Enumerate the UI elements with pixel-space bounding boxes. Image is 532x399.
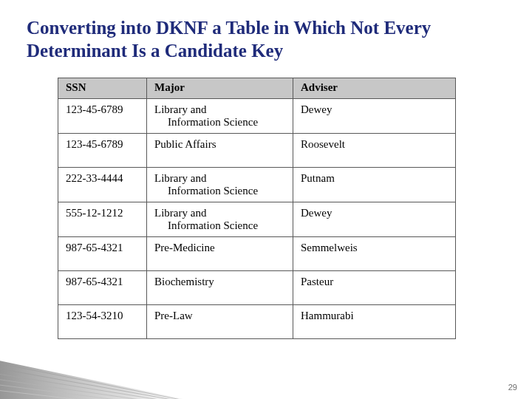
col-header-major: Major [147, 78, 293, 98]
table-row: 987-65-4321BiochemistryPasteur [58, 270, 456, 304]
svg-line-6 [0, 387, 170, 399]
col-header-adviser: Adviser [293, 78, 456, 98]
col-header-ssn: SSN [58, 78, 147, 98]
svg-line-5 [0, 381, 192, 399]
cell-ssn: 123-54-3210 [58, 304, 147, 338]
svg-line-1 [0, 358, 229, 399]
svg-line-3 [0, 369, 214, 399]
table-row: 123-54-3210Pre-LawHammurabi [58, 304, 456, 338]
cell-adviser: Roosevelt [293, 133, 456, 167]
slide-title: Converting into DKNF a Table in Which No… [27, 16, 505, 63]
cell-ssn: 123-45-6789 [58, 98, 147, 133]
cell-adviser: Dewey [293, 202, 456, 236]
table-header-row: SSN Major Adviser [58, 78, 456, 98]
table-container: SSN Major Adviser 123-45-6789Library and… [58, 78, 455, 339]
svg-line-2 [0, 364, 222, 399]
dknf-table: SSN Major Adviser 123-45-6789Library and… [58, 78, 456, 339]
table-row: 222-33-4444Library andInformation Scienc… [58, 167, 456, 202]
cell-adviser: Semmelweis [293, 236, 456, 270]
decorative-swoosh [0, 332, 236, 399]
cell-major: Public Affairs [147, 133, 293, 167]
cell-adviser: Hammurabi [293, 304, 456, 338]
table-row: 123-45-6789Public AffairsRoosevelt [58, 133, 456, 167]
page-number: 29 [508, 383, 517, 392]
table-row: 123-45-6789Library andInformation Scienc… [58, 98, 456, 133]
slide: Converting into DKNF a Table in Which No… [0, 0, 532, 399]
svg-marker-0 [0, 355, 236, 399]
cell-ssn: 555-12-1212 [58, 202, 147, 236]
table-body: 123-45-6789Library andInformation Scienc… [58, 98, 456, 338]
cell-ssn: 987-65-4321 [58, 270, 147, 304]
cell-adviser: Pasteur [293, 270, 456, 304]
cell-adviser: Putnam [293, 167, 456, 202]
cell-major: Library andInformation Science [147, 98, 293, 133]
cell-major: Pre-Medicine [147, 236, 293, 270]
cell-major: Biochemistry [147, 270, 293, 304]
table-row: 987-65-4321Pre-MedicineSemmelweis [58, 236, 456, 270]
svg-line-4 [0, 375, 207, 399]
cell-ssn: 123-45-6789 [58, 133, 147, 167]
cell-ssn: 222-33-4444 [58, 167, 147, 202]
cell-major: Library andInformation Science [147, 202, 293, 236]
table-row: 555-12-1212Library andInformation Scienc… [58, 202, 456, 236]
cell-ssn: 987-65-4321 [58, 236, 147, 270]
cell-major: Pre-Law [147, 304, 293, 338]
cell-adviser: Dewey [293, 98, 456, 133]
cell-major: Library andInformation Science [147, 167, 293, 202]
